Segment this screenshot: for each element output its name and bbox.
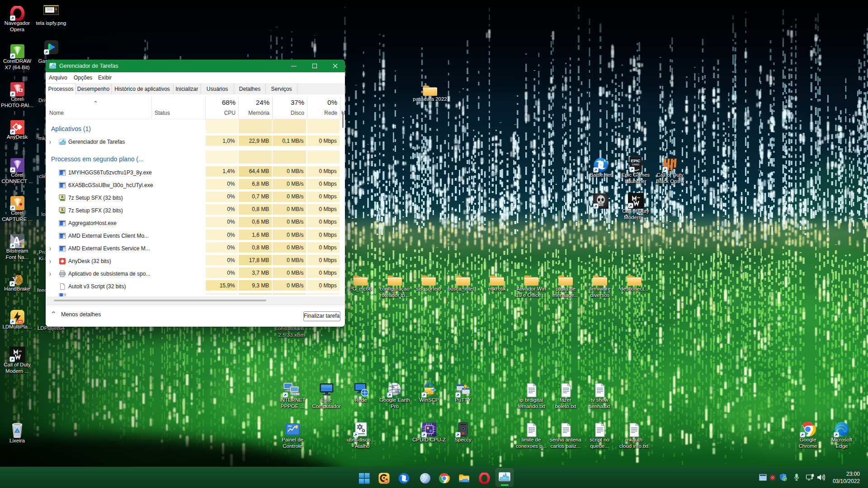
svg-text:64: 64 xyxy=(19,320,22,323)
svg-text:GAMES: GAMES xyxy=(632,164,640,166)
svg-text:64: 64 xyxy=(385,480,388,483)
svg-text:EPIC: EPIC xyxy=(631,159,641,163)
